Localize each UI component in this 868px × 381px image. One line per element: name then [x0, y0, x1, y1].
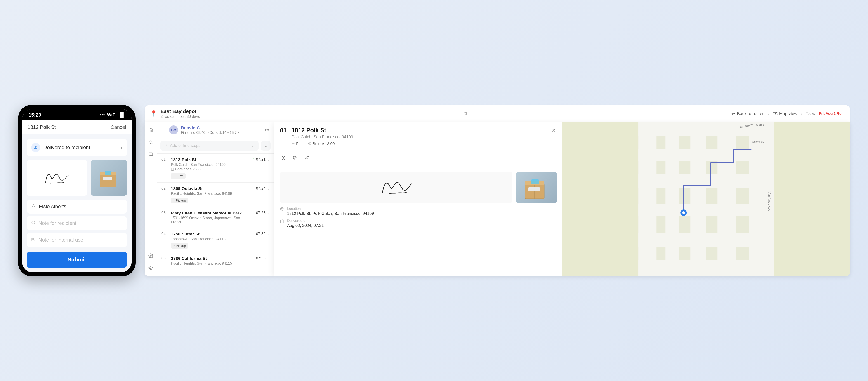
- nav-separator: ›: [768, 111, 770, 116]
- svg-text:reen St: reen St: [756, 123, 765, 126]
- stop-expand-02[interactable]: ⌄: [267, 187, 270, 190]
- signature-svg: [41, 169, 73, 187]
- note-recipient-row[interactable]: Note for recipient: [27, 216, 127, 230]
- sidebar-graduate-icon[interactable]: [147, 264, 155, 272]
- map-view-button[interactable]: 🗺 Map view: [773, 111, 797, 116]
- package-illustration: [91, 160, 127, 196]
- svg-rect-51: [638, 233, 774, 247]
- sidebar-home-icon[interactable]: [147, 126, 155, 134]
- pickup-arrow-icon-02: ↑: [173, 198, 175, 202]
- driver-avatar: BC: [169, 125, 178, 134]
- depot-chevron-icon[interactable]: ⇅: [464, 111, 468, 116]
- sidebar-search-icon[interactable]: [147, 138, 155, 147]
- stop-time-03: 07:28 ⌄: [256, 211, 270, 215]
- detail-location-label: Location: [287, 207, 374, 211]
- stop-tag-pickup-02: ↑ Pickup: [171, 197, 188, 203]
- stop-item-01[interactable]: 01 1812 Polk St Polk Gulch, San Francisc…: [157, 154, 274, 183]
- stop-expand-01[interactable]: ⌄: [267, 158, 270, 161]
- detail-meta-row: First Before 13:00: [291, 142, 353, 146]
- stop-details-02: 1809 Octavia St Pacific Heights, San Fra…: [171, 186, 253, 196]
- detail-delivered-label: Delivered on: [287, 219, 324, 223]
- map-area: Van Ness Ave Broadway Vallejo St reen St: [562, 122, 850, 276]
- svg-rect-35: [531, 180, 539, 184]
- note-recipient-placeholder: Note for recipient: [38, 220, 76, 226]
- detail-info-section: Location 1812 Polk St. Polk Gulch, San F…: [280, 207, 557, 228]
- status-time: 15:20: [29, 112, 41, 118]
- detail-location-value: 1812 Polk St. Polk Gulch, San Francisco,…: [287, 211, 374, 216]
- detail-location-row: Location 1812 Polk St. Polk Gulch, San F…: [280, 207, 557, 216]
- map-svg: Van Ness Ave Broadway Vallejo St reen St: [562, 122, 850, 276]
- driver-row: ← BC Bessie C. Finishing 08:40, • Done 1…: [157, 122, 274, 138]
- note-internal-placeholder: Note for internal use: [38, 237, 83, 243]
- stop-details-03: Mary Ellen Pleasant Memorial Park 1501-1…: [171, 211, 253, 224]
- detail-address-info: 1812 Polk St Polk Gulch, San Francisco, …: [291, 127, 353, 146]
- recipient-icon: [31, 203, 36, 210]
- stop-expand-03[interactable]: ⌄: [267, 211, 270, 215]
- driver-back-button[interactable]: ←: [161, 127, 166, 133]
- stop-row-top-03: 03 Mary Ellen Pleasant Memorial Park 150…: [161, 211, 270, 224]
- svg-text:Van Ness Ave: Van Ness Ave: [768, 191, 771, 211]
- driver-initials: BC: [171, 128, 176, 132]
- today-label: Today: [806, 112, 815, 116]
- stop-num-04: 04: [161, 232, 168, 236]
- svg-point-7: [33, 204, 34, 206]
- delivery-status-row[interactable]: Delivered to recipient ▾: [27, 139, 127, 156]
- svg-rect-44: [690, 122, 706, 276]
- svg-point-0: [35, 146, 36, 147]
- stop-item-05[interactable]: 05 2786 California St Pacific Heights, S…: [157, 252, 274, 269]
- detail-signature-svg: [378, 177, 414, 197]
- link-action-button[interactable]: [303, 155, 311, 163]
- top-bar: 📍 East Bay depot 2 routes in last 30 day…: [145, 105, 850, 122]
- search-input-wrap[interactable]: Add or find stops /: [160, 141, 258, 151]
- note-internal-row[interactable]: Note for internal use: [27, 233, 127, 247]
- stop-item-02[interactable]: 02 1809 Octavia St Pacific Heights, San …: [157, 183, 274, 207]
- svg-rect-6: [105, 171, 111, 175]
- before-time-label: Before 13:00: [313, 142, 335, 146]
- svg-rect-48: [638, 149, 774, 161]
- time-value-04: 07:32: [256, 232, 266, 236]
- stop-item-03[interactable]: 03 Mary Ellen Pleasant Memorial Park 150…: [157, 207, 274, 228]
- detail-tag-first: First: [291, 142, 304, 146]
- stop-expand-04[interactable]: ⌄: [267, 232, 270, 236]
- depot-info: East Bay depot 2 routes in last 30 days: [160, 108, 200, 119]
- tag-first-label: First: [296, 142, 304, 146]
- stop-item-04[interactable]: 04 1750 Sutter St Japantown, San Francis…: [157, 228, 274, 252]
- pickup-arrow-icon-04: ↑: [173, 244, 175, 248]
- location-action-button[interactable]: [280, 155, 287, 163]
- driver-status: Finishing 08:40, • Done 1/14 • 15.7 km: [181, 131, 243, 135]
- stop-num-03: 03: [161, 211, 168, 215]
- cancel-button[interactable]: Cancel: [111, 124, 126, 130]
- detail-delivered-row: Delivered on Aug 02, 2024, 07:21: [280, 219, 557, 228]
- status-dropdown-chevron[interactable]: ▾: [121, 145, 123, 150]
- detail-close-button[interactable]: ✕: [551, 127, 557, 134]
- submit-button[interactable]: Submit: [27, 252, 127, 268]
- check-icon-01: ✓: [252, 157, 254, 162]
- stop-note-01: Gate code 2636: [171, 167, 248, 171]
- sidebar-messages-icon[interactable]: [147, 150, 155, 159]
- more-options-button[interactable]: •••: [265, 127, 270, 133]
- sidebar-settings-icon[interactable]: [147, 252, 155, 260]
- phone-app-content: Delivered to recipient ▾: [22, 134, 131, 272]
- stop-time-04: 07:32 ⌄: [256, 232, 270, 236]
- phone-app-header: 1812 Polk St Cancel: [22, 120, 131, 134]
- search-expand-button[interactable]: ⌄: [261, 141, 271, 151]
- back-to-routes-button[interactable]: ↩ Back to routes: [732, 111, 764, 116]
- note-internal-icon: [31, 237, 35, 243]
- detail-signature-box: [280, 171, 513, 203]
- depot-pin-icon: 📍: [150, 110, 157, 117]
- copy-action-button[interactable]: [291, 155, 299, 163]
- svg-point-28: [283, 157, 284, 158]
- tag-first-icon: [291, 142, 295, 146]
- person-icon: [31, 143, 40, 152]
- detail-sig-photo: [280, 171, 557, 203]
- stop-row-top-04: 04 1750 Sutter St Japantown, San Francis…: [161, 232, 270, 241]
- driver-info: Bessie C. Finishing 08:40, • Done 1/14 •…: [181, 125, 243, 135]
- stop-details-01: 1812 Polk St Polk Gulch, San Francisco, …: [171, 157, 248, 171]
- package-photo-box: [91, 160, 127, 196]
- depot-sub: 2 routes in last 30 days: [160, 114, 200, 119]
- recipient-name: Elsie Alberts: [39, 203, 66, 210]
- detail-header-left: 01 1812 Polk St Polk Gulch, San Francisc…: [280, 127, 353, 146]
- note-recipient-icon: [31, 221, 35, 226]
- stop-expand-05[interactable]: ⌄: [267, 256, 270, 260]
- map-view-icon: 🗺: [773, 111, 777, 116]
